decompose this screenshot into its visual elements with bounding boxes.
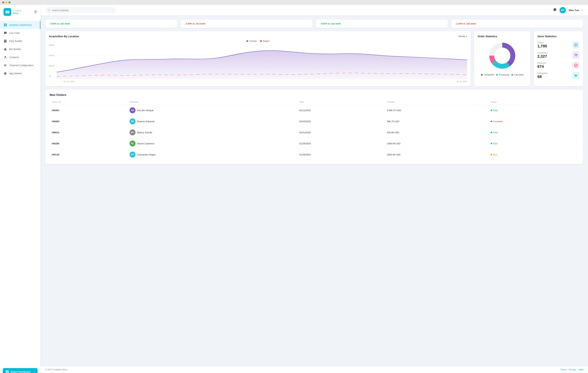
sidebar-item-channel[interactable]: Channel Configuration <box>0 61 41 69</box>
status-dot <box>491 110 492 111</box>
visitor-amount: 1099.99 USD <box>385 138 489 149</box>
line-chart: $9000 $6000 $3000 $0 <box>49 44 467 82</box>
chart-legend: Country Region <box>49 40 467 42</box>
customer-avatar: DE <box>129 118 136 124</box>
svg-point-31 <box>494 48 510 64</box>
hamburger-button[interactable]: ☰ <box>34 10 37 14</box>
legend-region: Region <box>260 40 270 42</box>
products-value: 674 <box>537 64 546 69</box>
visitor-date: 02/02/2020 <box>297 116 385 127</box>
order-statistics-card: Order Statistics <box>474 31 530 86</box>
svg-rect-19 <box>7 370 9 372</box>
chart-header: Acquisition By Location Weekly ▾ <box>49 35 467 38</box>
logo-text: ChatBots Africa <box>13 10 22 14</box>
visitor-number[interactable]: #95954 <box>50 105 127 116</box>
svg-point-17 <box>4 66 5 66</box>
sidebar-item-analytics[interactable]: Analytics Dashboard <box>0 21 41 29</box>
chart-y-labels: $9000 $6000 $3000 $0 <box>49 44 54 77</box>
minimize-btn[interactable] <box>5 1 7 3</box>
header: MT Mike Tutu ▾ <box>41 5 588 15</box>
visitors-tbody: #95954ABAbu Bin Ishtiyak02/11/20204,596.… <box>50 105 579 160</box>
status-text: Paid <box>493 131 497 134</box>
customer-name: Cassandra Hogan <box>137 153 156 156</box>
privacy-link[interactable]: Privacy <box>569 368 576 371</box>
status-text: Due <box>493 153 497 156</box>
col-date: Date <box>297 99 385 105</box>
stat-vs-3: ↑ 4.63% vs. last week <box>319 22 444 25</box>
visitor-number[interactable]: #95850 <box>50 116 127 127</box>
stat-vs-2: ↓ 2.34% vs. last week <box>184 22 309 25</box>
sidebar-item-bot[interactable]: Bot Builder <box>0 45 41 53</box>
customer-name: Naomi Lawrence <box>137 142 155 145</box>
switch-dashboard-button[interactable]: Switch Dashboard › <box>3 368 38 373</box>
user-name[interactable]: Mike Tutu <box>569 9 579 12</box>
svg-rect-7 <box>5 25 7 26</box>
status-dot <box>491 132 492 133</box>
customer-avatar: BS <box>129 130 136 135</box>
sidebar-logo: ChatBots Africa ☰ <box>0 5 41 19</box>
svg-rect-37 <box>575 76 575 76</box>
terms-link[interactable]: Terms <box>560 368 566 371</box>
status-dot <box>491 121 492 122</box>
search-bar[interactable] <box>45 7 116 13</box>
footer: © 2022 ChatBots Africa. Terms Privacy He… <box>41 366 588 373</box>
svg-rect-21 <box>7 372 9 373</box>
legend-dot-region <box>260 40 262 42</box>
robot-icon <box>3 47 7 51</box>
stat-card-1: ↑ 4.63% vs. last week <box>45 20 177 28</box>
visitor-number[interactable]: #95256 <box>50 138 127 149</box>
sidebar-item-contacts[interactable]: Contacts <box>0 53 41 61</box>
customer-avatar: NL <box>129 141 136 146</box>
svg-point-16 <box>5 65 6 66</box>
chevron-down-icon[interactable]: ▾ <box>582 9 583 11</box>
search-input[interactable] <box>52 9 113 12</box>
visitors-card: New Visitors Visitor No. Customer Date C… <box>45 90 583 164</box>
table-row: #95256NLNaomi Lawrence01/29/20201099.99 … <box>50 138 579 149</box>
avatar: MT <box>559 7 566 13</box>
col-status: Status <box>489 99 579 105</box>
legend-cancelled: Cancelled <box>511 74 524 76</box>
legend-processing: Processing <box>496 74 509 76</box>
visitor-number[interactable]: #95812 <box>50 127 127 138</box>
chart-filter-button[interactable]: Weekly ▾ <box>459 35 467 38</box>
sidebar-item-label: Live Chat <box>9 32 20 34</box>
help-link[interactable]: Help <box>579 368 583 371</box>
order-stat-title: Order Statistics <box>478 35 527 38</box>
logo-icon <box>3 8 11 16</box>
maximize-btn[interactable] <box>9 1 10 3</box>
customer-avatar: CH <box>129 151 136 158</box>
store-stat-products: Products 674 <box>537 62 579 69</box>
sidebar-item-label: FAQ Builder <box>9 40 22 42</box>
status-text: Paid <box>493 109 497 112</box>
close-btn[interactable] <box>2 1 4 3</box>
chat-icon <box>3 31 7 35</box>
legend-completed: Completed <box>481 74 494 76</box>
orders-icon <box>572 41 579 49</box>
customer-cell: DEDesiree Edwards <box>127 116 297 127</box>
sidebar-item-faq[interactable]: FAQ Builder <box>0 37 41 45</box>
stat-vs-1: ↑ 4.63% vs. last week <box>49 22 174 25</box>
main-area: MT Mike Tutu ▾ ↑ 4.63% vs. last week ↓ 2… <box>41 5 588 373</box>
store-stat-customers: Customers 2,327 <box>537 51 579 59</box>
acquisition-chart-card: Acquisition By Location Weekly ▾ Country <box>45 31 471 86</box>
customers-icon <box>572 51 579 59</box>
svg-point-2 <box>7 12 8 12</box>
copyright: © 2022 ChatBots Africa. <box>45 368 68 371</box>
notification-button[interactable] <box>553 8 557 13</box>
customers-value: 2,327 <box>537 54 547 59</box>
visitor-number[interactable]: #95135 <box>50 149 127 160</box>
sidebar-item-livechat[interactable]: Live Chat <box>0 29 41 37</box>
legend-dot-processing <box>496 74 498 76</box>
sidebar-item-label: Bot Builder <box>9 48 21 50</box>
visitor-amount: 199.99 USD <box>385 127 489 138</box>
table-row: #95812BSBlanca Schultz02/01/2020199.99 U… <box>50 127 579 138</box>
sidebar-item-appmarket[interactable]: App Market <box>0 69 41 77</box>
content-area: ↑ 4.63% vs. last week ↓ 2.34% vs. last w… <box>41 15 588 366</box>
search-icon <box>48 9 51 12</box>
stat-card-2: ↓ 2.34% vs. last week <box>181 20 313 28</box>
person-icon <box>3 55 7 59</box>
sliders-icon <box>3 64 7 67</box>
svg-point-1 <box>6 12 7 12</box>
stat-cards-row: ↑ 4.63% vs. last week ↓ 2.34% vs. last w… <box>45 20 583 28</box>
notification-dot <box>555 8 556 10</box>
